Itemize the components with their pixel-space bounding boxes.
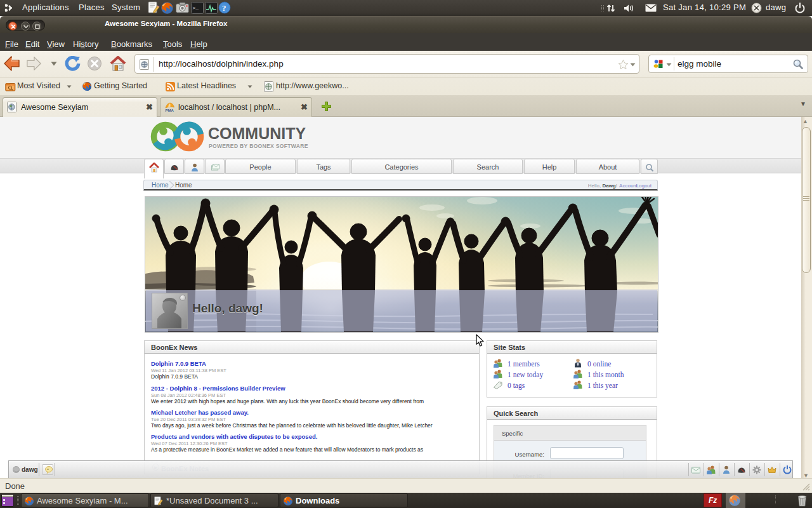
svg-text:POWERED BY BOONEX SOFTWARE: POWERED BY BOONEX SOFTWARE — [209, 143, 308, 149]
svg-text:PMA: PMA — [166, 109, 174, 112]
svg-text:>_: >_ — [193, 5, 199, 11]
svg-text:?: ? — [222, 3, 226, 13]
svg-text:“: “ — [47, 468, 49, 472]
svg-text:COMMUNITY: COMMUNITY — [208, 124, 306, 142]
